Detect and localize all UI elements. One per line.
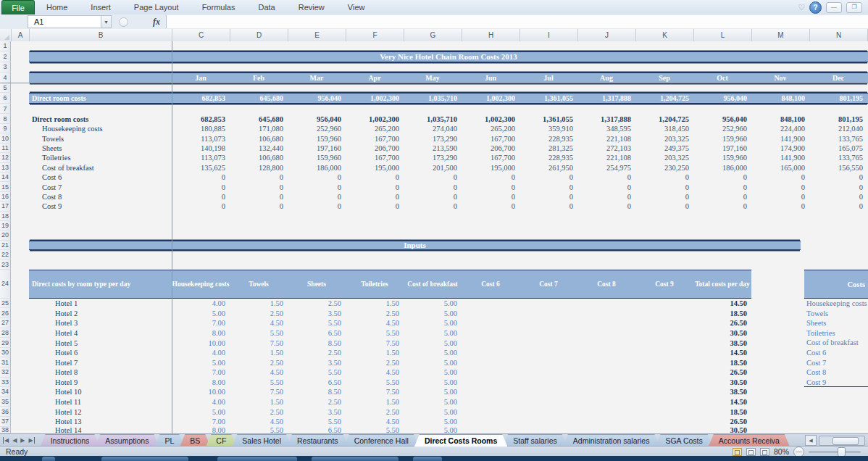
- cell[interactable]: 8.00: [172, 328, 230, 339]
- cell[interactable]: 1,002,300: [346, 94, 404, 103]
- cell[interactable]: 156,550: [809, 163, 867, 173]
- cell[interactable]: 0: [288, 202, 346, 211]
- cell[interactable]: 0: [635, 173, 693, 182]
- cell[interactable]: 0: [519, 173, 577, 182]
- row-header-15[interactable]: 15: [0, 182, 11, 191]
- costs-side-item-cost-6[interactable]: Cost 6: [804, 348, 868, 358]
- cell[interactable]: 5.00: [404, 407, 462, 417]
- last-sheet-icon[interactable]: ▶: [28, 437, 34, 444]
- cell[interactable]: 5.00: [404, 338, 462, 348]
- cell[interactable]: 5.50: [230, 378, 288, 388]
- sheet-tab-staff-salaries[interactable]: Staff salaries: [503, 434, 567, 447]
- inputs-band-cell[interactable]: Inputs: [29, 241, 801, 250]
- row-header-14[interactable]: 14: [0, 173, 11, 182]
- cell[interactable]: 5.50: [230, 328, 288, 339]
- cell[interactable]: 281,325: [519, 144, 577, 153]
- cell[interactable]: 38.50: [693, 387, 751, 397]
- costs-side-item-housekeeping-costs[interactable]: Housekeeping costs: [804, 299, 868, 309]
- cell[interactable]: 1,002,300: [462, 114, 519, 124]
- cell[interactable]: 956,040: [288, 94, 346, 103]
- cell[interactable]: 5.00: [404, 367, 462, 378]
- name-box[interactable]: A1: [28, 15, 101, 28]
- cell[interactable]: [577, 348, 635, 358]
- cell[interactable]: 5.50: [288, 318, 346, 328]
- cell[interactable]: 252,960: [693, 124, 751, 133]
- file-tab[interactable]: File: [1, 0, 35, 14]
- title-band-cell[interactable]: Very Nice Hotel Chain Room Costs 2013: [29, 51, 868, 62]
- cell[interactable]: Hotel 14: [29, 427, 172, 433]
- cell[interactable]: 682,853: [172, 94, 230, 103]
- cell[interactable]: [577, 299, 635, 309]
- cell[interactable]: 0: [577, 192, 635, 202]
- cell[interactable]: 141,900: [751, 133, 809, 143]
- month-header-feb[interactable]: Feb: [230, 73, 288, 83]
- cell[interactable]: 0: [635, 192, 693, 202]
- cell[interactable]: [462, 367, 519, 378]
- cell[interactable]: 1.50: [230, 299, 288, 309]
- cell[interactable]: 26.50: [693, 417, 751, 427]
- cell[interactable]: 197,160: [693, 144, 751, 153]
- month-header-apr[interactable]: Apr: [346, 73, 404, 83]
- cell[interactable]: 26.50: [693, 318, 751, 328]
- cell[interactable]: 1.50: [230, 348, 288, 358]
- costs-side-table-header[interactable]: Costs: [804, 270, 868, 299]
- cell[interactable]: 133,765: [809, 153, 867, 162]
- cell[interactable]: 5.00: [404, 417, 462, 427]
- row-header-2[interactable]: 2: [0, 51, 11, 62]
- cell[interactable]: [519, 397, 577, 407]
- cell[interactable]: [577, 328, 635, 339]
- cell[interactable]: 0: [172, 202, 230, 211]
- cell[interactable]: 5.00: [404, 397, 462, 407]
- cell[interactable]: Cost 7: [29, 182, 172, 191]
- cell[interactable]: 2.50: [288, 397, 346, 407]
- cell[interactable]: 0: [172, 173, 230, 182]
- cell[interactable]: 956,040: [693, 94, 751, 103]
- cell[interactable]: [635, 427, 693, 433]
- cell[interactable]: 186,000: [288, 163, 346, 173]
- cell[interactable]: 140,198: [172, 144, 230, 153]
- costs-side-item-cost-8[interactable]: Cost 8: [804, 367, 868, 378]
- inputs-header-sheets[interactable]: Sheets: [288, 270, 346, 298]
- cell[interactable]: 5.50: [230, 427, 288, 433]
- cell[interactable]: 4.50: [230, 417, 288, 427]
- cell[interactable]: 224,400: [751, 124, 809, 133]
- cell[interactable]: 0: [288, 182, 346, 191]
- cell[interactable]: 159,960: [288, 133, 346, 143]
- cell[interactable]: 6.50: [288, 378, 346, 388]
- formula-input[interactable]: [166, 15, 868, 28]
- cell[interactable]: 1,317,888: [577, 94, 635, 103]
- cell[interactable]: [519, 318, 577, 328]
- cell[interactable]: 173,290: [404, 153, 462, 162]
- month-header-mar[interactable]: Mar: [288, 73, 346, 83]
- cell[interactable]: 26.50: [693, 367, 751, 378]
- row-header-12[interactable]: 12: [0, 153, 11, 162]
- cell[interactable]: [577, 387, 635, 397]
- cell[interactable]: [519, 387, 577, 397]
- row-header-11[interactable]: 11: [0, 144, 11, 153]
- row-header-21[interactable]: 21: [0, 241, 11, 250]
- inputs-header-cost-6[interactable]: Cost 6: [462, 270, 519, 298]
- page-break-view-icon[interactable]: [760, 448, 769, 456]
- inputs-header-housekeeping-costs[interactable]: Housekeeping costs: [172, 270, 230, 298]
- cell[interactable]: Cost 9: [29, 202, 172, 211]
- cell[interactable]: 165,000: [751, 163, 809, 173]
- page-layout-view-icon[interactable]: [746, 448, 756, 456]
- row-header-20[interactable]: 20: [0, 230, 11, 240]
- cell[interactable]: [577, 397, 635, 407]
- cell[interactable]: 128,800: [230, 163, 288, 173]
- cell[interactable]: 30.50: [693, 378, 751, 388]
- cell[interactable]: 5.00: [404, 427, 462, 433]
- cell[interactable]: 5.00: [404, 357, 462, 367]
- cell[interactable]: 252,960: [288, 124, 346, 133]
- cell[interactable]: 4.00: [172, 397, 230, 407]
- cell[interactable]: 135,625: [172, 163, 230, 173]
- cell[interactable]: 8.00: [172, 427, 230, 433]
- cell[interactable]: 0: [577, 182, 635, 191]
- cell[interactable]: [635, 387, 693, 397]
- month-header-jan[interactable]: Jan: [172, 73, 230, 83]
- cell[interactable]: 5.00: [404, 387, 462, 397]
- cell[interactable]: 133,765: [809, 133, 867, 143]
- cell[interactable]: 203,325: [635, 133, 693, 143]
- column-header-i[interactable]: I: [520, 29, 578, 41]
- cell[interactable]: 5.00: [172, 308, 230, 318]
